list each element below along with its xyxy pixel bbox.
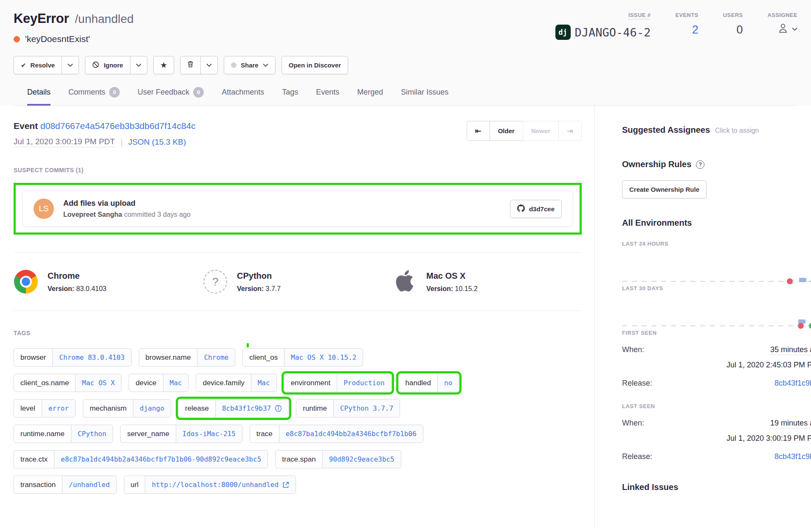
tab-user-feedback[interactable]: User Feedback0 bbox=[138, 87, 204, 106]
tag-runtime-name[interactable]: runtime.nameCPython bbox=[14, 425, 113, 443]
first-seen-release-link[interactable]: 8cb43f1c9b37 bbox=[774, 379, 811, 388]
tab-attachments[interactable]: Attachments bbox=[222, 87, 264, 106]
version-label: Version: bbox=[48, 285, 76, 292]
tag-handled[interactable]: handledno bbox=[399, 374, 459, 392]
bookmark-star-button[interactable]: ★ bbox=[153, 56, 174, 74]
suspect-commit-card: LS Add files via upload Lovepreet Sangha… bbox=[22, 190, 573, 227]
first-seen-label: FIRST SEEN bbox=[622, 330, 811, 336]
tag-value: 90d892c9eace3bc5 bbox=[323, 451, 401, 468]
tab-label: Tags bbox=[282, 88, 298, 97]
tag-release[interactable]: release8cb43f1c9b37 bbox=[178, 399, 289, 417]
tag-trace[interactable]: tracee8c87ba1dc494bb2a4346bcfbf7b1b06 bbox=[250, 425, 423, 443]
create-ownership-rule-button[interactable]: Create Ownership Rule bbox=[622, 180, 707, 199]
tag-key: browser bbox=[14, 349, 53, 366]
event-json-link[interactable]: JSON (15.3 KB) bbox=[128, 137, 186, 147]
tag-row: runtime.nameCPythonserver_nameIdos-iMac-… bbox=[14, 425, 582, 443]
version-value: 83.0.4103 bbox=[76, 285, 107, 292]
ignore-button[interactable]: Ignore bbox=[85, 56, 130, 74]
version-value: 10.15.2 bbox=[455, 285, 478, 292]
tag-value: http://localhost:8000/unhandled bbox=[145, 476, 296, 493]
event-id-link[interactable]: d08d7667e4a5476eb3b3db6d7f14c84c bbox=[40, 121, 196, 131]
oldest-event-button[interactable]: ⇤ bbox=[467, 121, 490, 141]
tag-key: client_os.name bbox=[14, 374, 76, 392]
tag-transaction[interactable]: transaction/unhandled bbox=[14, 476, 117, 494]
events-count[interactable]: 2 bbox=[692, 23, 698, 36]
tag-device[interactable]: deviceMac bbox=[129, 374, 189, 392]
last-seen-when-label: When: bbox=[622, 419, 644, 428]
tag-runtime[interactable]: runtimeCPython 3.7.7 bbox=[296, 399, 400, 417]
tab-events[interactable]: Events bbox=[316, 87, 339, 106]
tag-key: runtime.name bbox=[14, 425, 71, 442]
tag-trace-ctx[interactable]: trace.ctxe8c87ba1dc494bb2a4346bcfbf7b1b0… bbox=[14, 450, 268, 468]
chrome-icon bbox=[14, 270, 38, 294]
tab-label: Attachments bbox=[222, 88, 264, 97]
ignore-dropdown-button[interactable] bbox=[130, 56, 147, 74]
tag-client-os[interactable]: client_osMac OS X 10.15.2 bbox=[242, 348, 363, 367]
users-count[interactable]: 0 bbox=[737, 23, 743, 36]
last-seen-release-link[interactable]: 8cb43f1c9b37 bbox=[774, 452, 811, 461]
tag-value-text: Production bbox=[344, 379, 384, 387]
open-in-discover-button[interactable]: Open in Discover bbox=[282, 56, 348, 74]
context-version: Version: 83.0.4103 bbox=[48, 285, 107, 293]
tag-trace-span[interactable]: trace.span90d892c9eace3bc5 bbox=[275, 450, 401, 468]
external-link-icon[interactable] bbox=[282, 482, 289, 488]
chevron-down-icon bbox=[68, 63, 73, 67]
tag-value-text: Mac OS X 10.15.2 bbox=[291, 353, 356, 361]
tab-merged[interactable]: Merged bbox=[357, 87, 383, 106]
tag-environment[interactable]: environmentProduction bbox=[284, 374, 391, 392]
tag-device-family[interactable]: device.familyMac bbox=[196, 374, 276, 392]
event-timestamp: Jul 1, 2020 3:00:19 PM PDT bbox=[14, 137, 115, 147]
tag-client-os-name[interactable]: client_os.nameMac OS X bbox=[14, 374, 121, 392]
assignee-dropdown[interactable] bbox=[777, 22, 797, 36]
tab-tags[interactable]: Tags bbox=[282, 87, 298, 106]
assignee-label: ASSIGNEE bbox=[768, 12, 797, 18]
issue-short-id-text: DJANGO-46-2 bbox=[575, 26, 651, 39]
ownership-rules-heading: Ownership Rules bbox=[622, 160, 691, 169]
context-mac-os-x: Mac OS XVersion: 10.15.2 bbox=[392, 269, 582, 294]
tag-row: levelerrormechanismdjangorelease8cb43f1c… bbox=[14, 399, 582, 417]
delete-button[interactable] bbox=[180, 56, 201, 74]
tag-server-name[interactable]: server_nameIdos-iMac-215 bbox=[120, 425, 242, 443]
version-label: Version: bbox=[426, 285, 455, 292]
newer-event-button[interactable]: Newer bbox=[523, 121, 559, 141]
delete-dropdown-button[interactable] bbox=[200, 56, 218, 74]
annotation-highlight-box: LS Add files via upload Lovepreet Sangha… bbox=[14, 183, 582, 235]
tag-value: Mac OS X 10.15.2 bbox=[284, 349, 363, 366]
tags-heading: TAGS bbox=[14, 330, 582, 336]
resolve-button[interactable]: ✔ Resolve bbox=[14, 56, 62, 74]
older-event-button[interactable]: Older bbox=[490, 121, 523, 141]
info-icon[interactable] bbox=[275, 405, 282, 412]
tag-value-text: Chrome 83.0.4103 bbox=[59, 353, 124, 361]
issue-number-label: ISSUE # bbox=[628, 12, 651, 20]
tag-browser[interactable]: browserChrome 83.0.4103 bbox=[14, 348, 132, 367]
sparkline-baseline bbox=[622, 325, 811, 326]
click-to-assign-hint: Click to assign bbox=[715, 127, 759, 134]
author-avatar: LS bbox=[34, 199, 54, 219]
tag-mechanism[interactable]: mechanismdjango bbox=[83, 399, 171, 417]
tag-list: browserChrome 83.0.4103browser.nameChrom… bbox=[14, 348, 582, 494]
page-title: KeyError bbox=[14, 11, 69, 26]
tag-browser-name[interactable]: browser.nameChrome bbox=[139, 348, 236, 367]
help-icon[interactable]: ? bbox=[696, 160, 704, 169]
tag-key: environment bbox=[284, 374, 338, 392]
tab-bar: DetailsComments0User Feedback0Attachment… bbox=[14, 87, 797, 106]
tag-key: release bbox=[179, 400, 216, 417]
unknown-runtime-icon: ? bbox=[203, 270, 227, 294]
ignore-label: Ignore bbox=[104, 62, 123, 69]
tab-badge: 0 bbox=[193, 87, 204, 98]
tab-details[interactable]: Details bbox=[27, 87, 51, 106]
tag-url[interactable]: urlhttp://localhost:8000/unhandled bbox=[124, 476, 296, 494]
tag-level[interactable]: levelerror bbox=[14, 399, 76, 417]
context-version: Version: 3.7.7 bbox=[237, 285, 281, 293]
commit-sha-button[interactable]: d3d7cee bbox=[510, 200, 562, 218]
first-seen-absolute: Jul 1, 2020 2:45:03 PM PDT bbox=[622, 361, 811, 370]
annotation-tick bbox=[247, 343, 249, 347]
tag-key: handled bbox=[399, 374, 438, 392]
share-button[interactable]: Share bbox=[224, 56, 276, 74]
resolve-dropdown-button[interactable] bbox=[62, 56, 79, 74]
tag-key: trace bbox=[250, 425, 279, 442]
tab-similar-issues[interactable]: Similar Issues bbox=[401, 87, 448, 106]
newest-event-button[interactable]: ⇥ bbox=[558, 121, 582, 141]
last-30-days-label: LAST 30 DAYS bbox=[622, 285, 811, 291]
tab-comments[interactable]: Comments0 bbox=[68, 87, 120, 106]
